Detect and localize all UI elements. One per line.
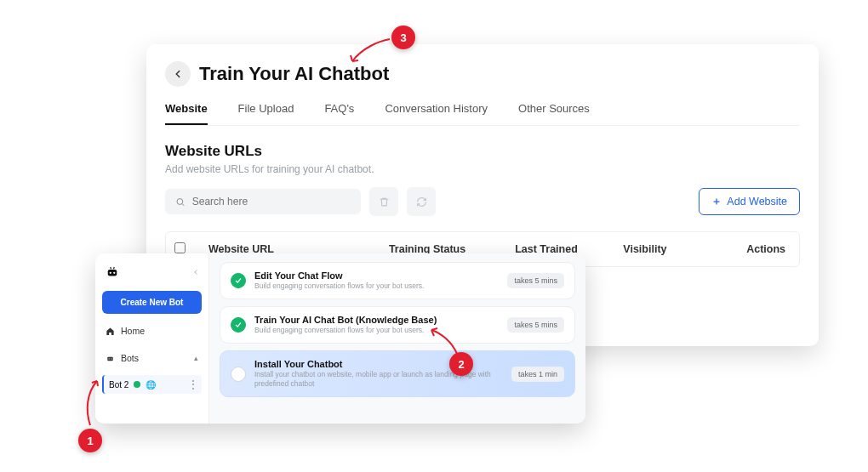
create-new-bot-button[interactable]: Create New Bot xyxy=(102,291,202,314)
bot-logo-icon xyxy=(104,264,121,281)
step-desc: Build engaging conversation flows for yo… xyxy=(254,281,499,291)
status-dot-icon xyxy=(134,381,140,388)
step-text: Edit Your Chat Flow Build engaging conve… xyxy=(254,270,499,291)
add-website-label: Add Website xyxy=(727,196,787,208)
callout-3: 3 xyxy=(391,26,415,49)
step-install-chatbot[interactable]: Install Your Chatbot Install your chatbo… xyxy=(220,350,575,397)
sidebar-bot2-label: Bot 2 xyxy=(109,380,128,390)
onboarding-panel: Create New Bot Home Bots ▴ Bot 2 🌐 ⋮ Edi… xyxy=(95,253,585,424)
more-icon[interactable]: ⋮ xyxy=(188,379,198,390)
arrow-left-icon xyxy=(172,68,184,80)
svg-rect-4 xyxy=(107,356,112,361)
sidebar-item-bots[interactable]: Bots ▴ xyxy=(102,348,202,368)
sidebar: Create New Bot Home Bots ▴ Bot 2 🌐 ⋮ xyxy=(95,253,209,424)
section-header: Website URLs Add website URLs for traini… xyxy=(165,143,800,175)
col-visibility: Visibility xyxy=(623,243,713,255)
select-all-checkbox[interactable] xyxy=(174,242,186,253)
tab-other-sources[interactable]: Other Sources xyxy=(518,102,590,125)
sidebar-item-home[interactable]: Home xyxy=(102,321,202,341)
globe-icon: 🌐 xyxy=(146,380,156,390)
title-row: Train Your AI Chatbot xyxy=(165,61,800,87)
tab-faqs[interactable]: FAQ's xyxy=(324,102,354,125)
check-icon xyxy=(231,273,246,288)
check-icon xyxy=(231,367,246,382)
svg-point-6 xyxy=(111,358,111,359)
callout-arrow-2 xyxy=(430,327,472,364)
plus-icon xyxy=(711,196,722,207)
search-box[interactable] xyxy=(165,189,361,214)
step-edit-chat-flow[interactable]: Edit Your Chat Flow Build engaging conve… xyxy=(220,262,575,299)
svg-rect-1 xyxy=(108,270,117,276)
sidebar-top xyxy=(102,262,202,284)
check-icon xyxy=(231,317,246,333)
step-badge: takes 5 mins xyxy=(507,273,564,288)
callout-1: 1 xyxy=(78,429,102,452)
trash-icon xyxy=(379,196,390,208)
tab-file-upload[interactable]: File Upload xyxy=(238,102,294,125)
svg-point-2 xyxy=(110,272,111,274)
section-subtext: Add website URLs for training your AI ch… xyxy=(165,163,800,175)
refresh-icon xyxy=(416,196,427,208)
svg-point-3 xyxy=(113,272,115,274)
step-badge: takes 1 min xyxy=(511,367,564,382)
col-actions: Actions xyxy=(713,243,791,255)
step-badge: takes 5 mins xyxy=(507,317,564,333)
search-icon xyxy=(175,196,186,208)
back-button[interactable] xyxy=(165,61,191,87)
sidebar-bots-label: Bots xyxy=(121,353,139,363)
tabs: Website File Upload FAQ's Conversation H… xyxy=(165,102,800,126)
svg-point-5 xyxy=(109,358,110,359)
refresh-button[interactable] xyxy=(407,187,436,216)
svg-point-0 xyxy=(177,198,183,204)
step-title: Train Your AI Chat Bot (Knowledge Base) xyxy=(254,315,499,325)
section-heading: Website URLs xyxy=(165,143,800,160)
sidebar-bot2-item[interactable]: Bot 2 🌐 ⋮ xyxy=(102,375,202,394)
steps-list: Edit Your Chat Flow Build engaging conve… xyxy=(209,253,585,424)
toolbar: Add Website xyxy=(165,187,800,216)
home-icon xyxy=(106,327,115,336)
tab-conversation-history[interactable]: Conversation History xyxy=(385,102,488,125)
sidebar-home-label: Home xyxy=(121,326,145,336)
add-website-button[interactable]: Add Website xyxy=(699,188,800,215)
callout-arrow-3 xyxy=(347,36,394,71)
callout-arrow-1 xyxy=(82,376,107,430)
bots-icon xyxy=(106,354,115,363)
step-title: Edit Your Chat Flow xyxy=(254,270,499,281)
delete-button[interactable] xyxy=(369,187,398,216)
step-train-ai-bot[interactable]: Train Your AI Chat Bot (Knowledge Base) … xyxy=(220,306,575,344)
tab-website[interactable]: Website xyxy=(165,102,208,125)
chevron-up-icon: ▴ xyxy=(194,354,198,362)
search-input[interactable] xyxy=(192,196,351,208)
chevron-left-icon[interactable] xyxy=(191,268,200,276)
